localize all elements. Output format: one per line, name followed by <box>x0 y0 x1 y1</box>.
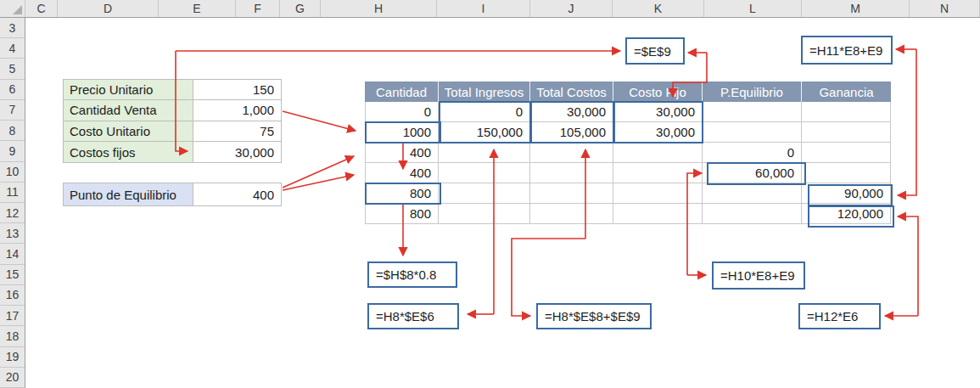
input-value[interactable]: 30,000 <box>193 142 281 162</box>
input-label[interactable]: Costo Unitario <box>64 121 193 142</box>
row-header[interactable]: 11 <box>0 183 25 203</box>
row-header[interactable]: 9 <box>0 141 25 161</box>
breakeven-value[interactable]: 400 <box>193 183 281 205</box>
column-header-h[interactable]: H <box>321 0 437 17</box>
cell-i7[interactable]: 0 <box>439 102 530 122</box>
cell-l9[interactable]: 0 <box>703 143 802 163</box>
cell-j12[interactable] <box>530 204 613 224</box>
cell-i11[interactable] <box>439 183 530 204</box>
cell-j7[interactable]: 30,000 <box>530 102 613 122</box>
row-header[interactable]: 20 <box>0 368 25 388</box>
input-value[interactable]: 150 <box>193 80 281 100</box>
row-header[interactable]: 17 <box>0 306 25 326</box>
input-label[interactable]: Cantidad Venta <box>64 100 193 121</box>
column-header-k[interactable]: K <box>613 0 704 17</box>
cell-i10[interactable] <box>439 163 530 183</box>
row-header[interactable]: 5 <box>0 59 25 79</box>
column-header-m[interactable]: M <box>802 0 910 17</box>
arrow-e11-to-h9 <box>283 156 354 188</box>
breakeven-analysis-table: Cantidad Total Ingresos Total Costos Cos… <box>365 82 891 224</box>
breakeven-label[interactable]: Punto de Equilibrio <box>64 183 193 205</box>
cell-k9[interactable] <box>613 143 703 163</box>
column-header-strip: C D E F G H I J K L M N <box>0 0 980 18</box>
formula-box-cantidad-80pct[interactable]: =$H$8*0.8 <box>367 261 457 288</box>
formula-box-total-costos[interactable]: =H8*$E$8+$E$9 <box>536 303 652 329</box>
formula-box-p-equilibrio[interactable]: =H10*E8+E9 <box>712 261 805 290</box>
table-header-ganancia[interactable]: Ganancia <box>802 82 891 102</box>
cell-h9[interactable]: 400 <box>365 143 439 163</box>
cell-h12[interactable]: 800 <box>365 204 439 224</box>
input-value[interactable]: 1,000 <box>193 100 281 121</box>
cell-l8[interactable] <box>703 122 802 143</box>
row-header[interactable]: 16 <box>0 285 25 306</box>
input-value[interactable]: 75 <box>193 121 281 142</box>
column-header-i[interactable]: I <box>437 0 530 17</box>
column-header-g[interactable]: G <box>280 0 321 17</box>
cell-h8[interactable]: 1000 <box>365 122 439 143</box>
row-header[interactable]: 10 <box>0 162 25 183</box>
table-header-total-ingresos[interactable]: Total Ingresos <box>439 82 530 102</box>
cell-l11[interactable] <box>703 183 802 204</box>
row-header[interactable]: 6 <box>0 80 25 100</box>
row-header[interactable]: 8 <box>0 121 25 141</box>
cell-j9[interactable] <box>530 143 613 163</box>
row-header[interactable]: 3 <box>0 18 25 38</box>
breakeven-table: Punto de Equilibrio 400 <box>63 183 282 206</box>
cell-m7[interactable] <box>802 102 891 122</box>
formula-box-total-ingresos[interactable]: =H8*$E$6 <box>367 303 459 329</box>
row-header[interactable]: 14 <box>0 244 25 264</box>
column-header-c[interactable]: C <box>25 0 58 17</box>
cell-j10[interactable] <box>530 163 613 183</box>
row-header[interactable]: 12 <box>0 203 25 223</box>
cell-l12[interactable] <box>703 204 802 224</box>
arrow-e11-to-h10 <box>283 175 354 190</box>
row-header[interactable]: 19 <box>0 347 25 368</box>
table-header-cantidad[interactable]: Cantidad <box>365 82 439 102</box>
cell-m9[interactable] <box>802 143 891 163</box>
cell-h11[interactable]: 800 <box>365 183 439 204</box>
cell-k8[interactable]: 30,000 <box>613 122 703 143</box>
select-all-triangle-icon <box>13 5 22 14</box>
column-header-d[interactable]: D <box>58 0 159 17</box>
column-header-l[interactable]: L <box>704 0 802 17</box>
cell-k12[interactable] <box>613 204 703 224</box>
cell-i8[interactable]: 150,000 <box>439 122 530 143</box>
input-label[interactable]: Precio Unitario <box>64 80 193 100</box>
row-header[interactable]: 4 <box>0 38 25 59</box>
cell-j11[interactable] <box>530 183 613 204</box>
row-header[interactable]: 13 <box>0 223 25 244</box>
table-header-costo-fijo[interactable]: Costo Fijo <box>613 82 703 102</box>
formula-box-costo-fijo[interactable]: =$E$9 <box>625 37 685 65</box>
cell-m11[interactable]: 90,000 <box>802 183 891 204</box>
row-header[interactable]: 15 <box>0 265 25 285</box>
cell-l7[interactable] <box>703 102 802 122</box>
column-header-f[interactable]: F <box>236 0 280 17</box>
cell-m10[interactable] <box>802 163 891 183</box>
arrow-into-m12 <box>898 216 918 316</box>
arrow-into-m11 <box>898 49 916 195</box>
inputs-table: Precio Unitario 150 Cantidad Venta 1,000… <box>63 79 282 163</box>
row-header[interactable]: 18 <box>0 326 25 346</box>
row-header-strip: 3 4 5 6 7 8 9 10 11 12 13 14 15 16 17 18… <box>0 18 25 388</box>
input-label[interactable]: Costos fijos <box>64 142 193 162</box>
cell-i9[interactable] <box>439 143 530 163</box>
table-header-p-equilibrio[interactable]: P.Equilibrio <box>703 82 802 102</box>
cell-h7[interactable]: 0 <box>365 102 439 122</box>
cell-m12[interactable]: 120,000 <box>802 204 891 224</box>
cell-j8[interactable]: 105,000 <box>530 122 613 143</box>
formula-box-ganancia-h11[interactable]: =H11*E8+E9 <box>801 36 893 65</box>
cell-k11[interactable] <box>613 183 703 204</box>
cell-m8[interactable] <box>802 122 891 143</box>
select-all-corner[interactable] <box>0 0 25 17</box>
cell-i12[interactable] <box>439 204 530 224</box>
column-header-j[interactable]: J <box>530 0 613 17</box>
cell-k7[interactable]: 30,000 <box>613 102 703 122</box>
row-header[interactable]: 7 <box>0 100 25 121</box>
column-header-e[interactable]: E <box>159 0 236 17</box>
column-header-n[interactable]: N <box>910 0 980 17</box>
cell-l10[interactable]: 60,000 <box>703 163 802 183</box>
table-header-total-costos[interactable]: Total Costos <box>530 82 613 102</box>
cell-k10[interactable] <box>613 163 703 183</box>
cell-h10[interactable]: 400 <box>365 163 439 183</box>
formula-box-ganancia-h12[interactable]: =H12*E6 <box>798 303 881 329</box>
